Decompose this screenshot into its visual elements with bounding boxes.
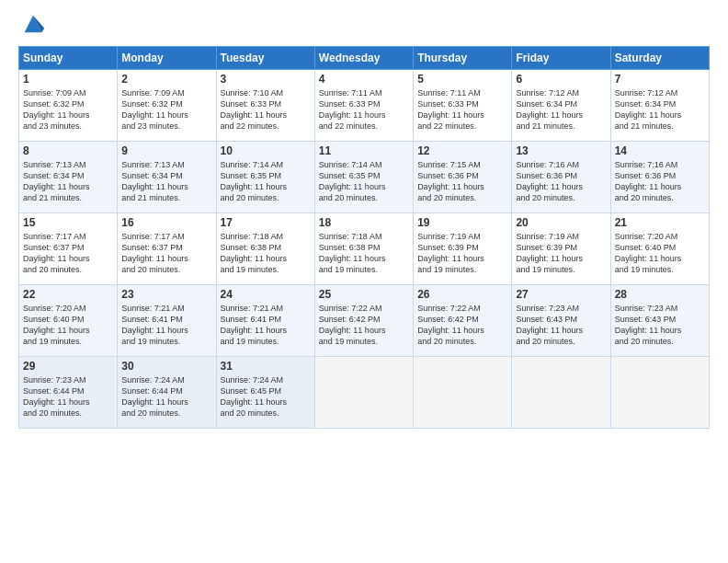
day-info: Sunrise: 7:09 AMSunset: 6:32 PMDaylight:… bbox=[121, 87, 211, 132]
week-row-3: 15Sunrise: 7:17 AMSunset: 6:37 PMDayligh… bbox=[19, 213, 710, 285]
day-info: Sunrise: 7:10 AMSunset: 6:33 PMDaylight:… bbox=[221, 87, 311, 132]
calendar-cell: 27Sunrise: 7:23 AMSunset: 6:43 PMDayligh… bbox=[512, 285, 610, 357]
day-info: Sunrise: 7:23 AMSunset: 6:44 PMDaylight:… bbox=[23, 374, 113, 419]
day-info: Sunrise: 7:12 AMSunset: 6:34 PMDaylight:… bbox=[615, 87, 705, 132]
week-row-2: 8Sunrise: 7:13 AMSunset: 6:34 PMDaylight… bbox=[19, 142, 710, 213]
calendar-cell: 23Sunrise: 7:21 AMSunset: 6:41 PMDayligh… bbox=[118, 285, 216, 357]
calendar-cell: 17Sunrise: 7:18 AMSunset: 6:38 PMDayligh… bbox=[216, 213, 314, 285]
day-info: Sunrise: 7:14 AMSunset: 6:35 PMDaylight:… bbox=[319, 159, 409, 204]
calendar-cell: 18Sunrise: 7:18 AMSunset: 6:38 PMDayligh… bbox=[314, 213, 413, 285]
day-number: 2 bbox=[121, 73, 211, 86]
day-info: Sunrise: 7:24 AMSunset: 6:44 PMDaylight:… bbox=[121, 374, 211, 419]
calendar-cell: 22Sunrise: 7:20 AMSunset: 6:40 PMDayligh… bbox=[19, 285, 118, 357]
calendar-cell: 13Sunrise: 7:16 AMSunset: 6:36 PMDayligh… bbox=[512, 142, 610, 213]
calendar-cell bbox=[414, 357, 512, 429]
day-info: Sunrise: 7:16 AMSunset: 6:36 PMDaylight:… bbox=[516, 159, 606, 204]
day-number: 15 bbox=[23, 216, 113, 229]
calendar-cell: 21Sunrise: 7:20 AMSunset: 6:40 PMDayligh… bbox=[610, 213, 709, 285]
page: SundayMondayTuesdayWednesdayThursdayFrid… bbox=[0, 0, 728, 563]
day-number: 30 bbox=[121, 360, 211, 373]
day-number: 7 bbox=[615, 73, 705, 86]
calendar-cell: 2Sunrise: 7:09 AMSunset: 6:32 PMDaylight… bbox=[118, 70, 216, 142]
day-info: Sunrise: 7:18 AMSunset: 6:38 PMDaylight:… bbox=[221, 231, 311, 276]
day-info: Sunrise: 7:17 AMSunset: 6:37 PMDaylight:… bbox=[121, 231, 211, 276]
day-number: 28 bbox=[615, 288, 705, 301]
calendar-cell: 19Sunrise: 7:19 AMSunset: 6:39 PMDayligh… bbox=[414, 213, 512, 285]
day-number: 11 bbox=[319, 144, 409, 157]
day-number: 16 bbox=[121, 216, 211, 229]
day-info: Sunrise: 7:09 AMSunset: 6:32 PMDaylight:… bbox=[23, 87, 113, 132]
day-info: Sunrise: 7:14 AMSunset: 6:35 PMDaylight:… bbox=[221, 159, 311, 204]
day-number: 3 bbox=[221, 73, 311, 86]
day-number: 6 bbox=[516, 73, 606, 86]
day-number: 8 bbox=[23, 144, 113, 157]
calendar-cell: 11Sunrise: 7:14 AMSunset: 6:35 PMDayligh… bbox=[314, 142, 413, 213]
week-row-1: 1Sunrise: 7:09 AMSunset: 6:32 PMDaylight… bbox=[19, 70, 710, 142]
calendar-cell: 5Sunrise: 7:11 AMSunset: 6:33 PMDaylight… bbox=[414, 70, 512, 142]
day-info: Sunrise: 7:11 AMSunset: 6:33 PMDaylight:… bbox=[319, 87, 409, 132]
day-info: Sunrise: 7:13 AMSunset: 6:34 PMDaylight:… bbox=[23, 159, 113, 204]
calendar-cell: 14Sunrise: 7:16 AMSunset: 6:36 PMDayligh… bbox=[610, 142, 709, 213]
logo bbox=[18, 15, 46, 37]
day-info: Sunrise: 7:23 AMSunset: 6:43 PMDaylight:… bbox=[615, 303, 705, 348]
day-number: 29 bbox=[23, 360, 113, 373]
day-number: 17 bbox=[221, 216, 311, 229]
day-info: Sunrise: 7:15 AMSunset: 6:36 PMDaylight:… bbox=[417, 159, 507, 204]
calendar-cell: 25Sunrise: 7:22 AMSunset: 6:42 PMDayligh… bbox=[314, 285, 413, 357]
calendar-cell: 20Sunrise: 7:19 AMSunset: 6:39 PMDayligh… bbox=[512, 213, 610, 285]
day-info: Sunrise: 7:22 AMSunset: 6:42 PMDaylight:… bbox=[417, 303, 507, 348]
calendar-cell: 1Sunrise: 7:09 AMSunset: 6:32 PMDaylight… bbox=[19, 70, 118, 142]
calendar-cell: 15Sunrise: 7:17 AMSunset: 6:37 PMDayligh… bbox=[19, 213, 118, 285]
calendar-cell: 3Sunrise: 7:10 AMSunset: 6:33 PMDaylight… bbox=[216, 70, 314, 142]
day-info: Sunrise: 7:22 AMSunset: 6:42 PMDaylight:… bbox=[319, 303, 409, 348]
calendar-cell: 6Sunrise: 7:12 AMSunset: 6:34 PMDaylight… bbox=[512, 70, 610, 142]
logo-icon bbox=[20, 11, 46, 37]
day-number: 10 bbox=[221, 144, 311, 157]
day-number: 27 bbox=[516, 288, 606, 301]
day-info: Sunrise: 7:19 AMSunset: 6:39 PMDaylight:… bbox=[417, 231, 507, 276]
day-number: 12 bbox=[417, 144, 507, 157]
day-number: 1 bbox=[23, 73, 113, 86]
calendar-cell: 9Sunrise: 7:13 AMSunset: 6:34 PMDaylight… bbox=[118, 142, 216, 213]
day-number: 14 bbox=[615, 144, 705, 157]
calendar-cell: 4Sunrise: 7:11 AMSunset: 6:33 PMDaylight… bbox=[314, 70, 413, 142]
weekday-saturday: Saturday bbox=[610, 47, 709, 70]
day-info: Sunrise: 7:16 AMSunset: 6:36 PMDaylight:… bbox=[615, 159, 705, 204]
day-info: Sunrise: 7:19 AMSunset: 6:39 PMDaylight:… bbox=[516, 231, 606, 276]
calendar-cell: 7Sunrise: 7:12 AMSunset: 6:34 PMDaylight… bbox=[610, 70, 709, 142]
weekday-monday: Monday bbox=[118, 47, 216, 70]
day-info: Sunrise: 7:20 AMSunset: 6:40 PMDaylight:… bbox=[23, 303, 113, 348]
day-number: 23 bbox=[121, 288, 211, 301]
day-info: Sunrise: 7:17 AMSunset: 6:37 PMDaylight:… bbox=[23, 231, 113, 276]
weekday-sunday: Sunday bbox=[19, 47, 118, 70]
weekday-thursday: Thursday bbox=[414, 47, 512, 70]
calendar-cell bbox=[610, 357, 709, 429]
day-number: 24 bbox=[221, 288, 311, 301]
day-info: Sunrise: 7:24 AMSunset: 6:45 PMDaylight:… bbox=[221, 374, 311, 419]
calendar-cell: 24Sunrise: 7:21 AMSunset: 6:41 PMDayligh… bbox=[216, 285, 314, 357]
weekday-wednesday: Wednesday bbox=[314, 47, 413, 70]
day-info: Sunrise: 7:12 AMSunset: 6:34 PMDaylight:… bbox=[516, 87, 606, 132]
day-number: 4 bbox=[319, 73, 409, 86]
day-number: 13 bbox=[516, 144, 606, 157]
day-info: Sunrise: 7:11 AMSunset: 6:33 PMDaylight:… bbox=[417, 87, 507, 132]
week-row-4: 22Sunrise: 7:20 AMSunset: 6:40 PMDayligh… bbox=[19, 285, 710, 357]
day-number: 21 bbox=[615, 216, 705, 229]
day-info: Sunrise: 7:23 AMSunset: 6:43 PMDaylight:… bbox=[516, 303, 606, 348]
header bbox=[18, 15, 710, 37]
weekday-header-row: SundayMondayTuesdayWednesdayThursdayFrid… bbox=[19, 47, 710, 70]
day-number: 31 bbox=[221, 360, 311, 373]
day-info: Sunrise: 7:21 AMSunset: 6:41 PMDaylight:… bbox=[221, 303, 311, 348]
day-number: 26 bbox=[417, 288, 507, 301]
calendar-table: SundayMondayTuesdayWednesdayThursdayFrid… bbox=[18, 46, 710, 429]
calendar-cell bbox=[314, 357, 413, 429]
day-info: Sunrise: 7:13 AMSunset: 6:34 PMDaylight:… bbox=[121, 159, 211, 204]
calendar-cell: 10Sunrise: 7:14 AMSunset: 6:35 PMDayligh… bbox=[216, 142, 314, 213]
calendar-cell: 31Sunrise: 7:24 AMSunset: 6:45 PMDayligh… bbox=[216, 357, 314, 429]
calendar-cell bbox=[512, 357, 610, 429]
calendar-cell: 12Sunrise: 7:15 AMSunset: 6:36 PMDayligh… bbox=[414, 142, 512, 213]
day-number: 22 bbox=[23, 288, 113, 301]
calendar-cell: 30Sunrise: 7:24 AMSunset: 6:44 PMDayligh… bbox=[118, 357, 216, 429]
calendar-cell: 28Sunrise: 7:23 AMSunset: 6:43 PMDayligh… bbox=[610, 285, 709, 357]
day-info: Sunrise: 7:21 AMSunset: 6:41 PMDaylight:… bbox=[121, 303, 211, 348]
